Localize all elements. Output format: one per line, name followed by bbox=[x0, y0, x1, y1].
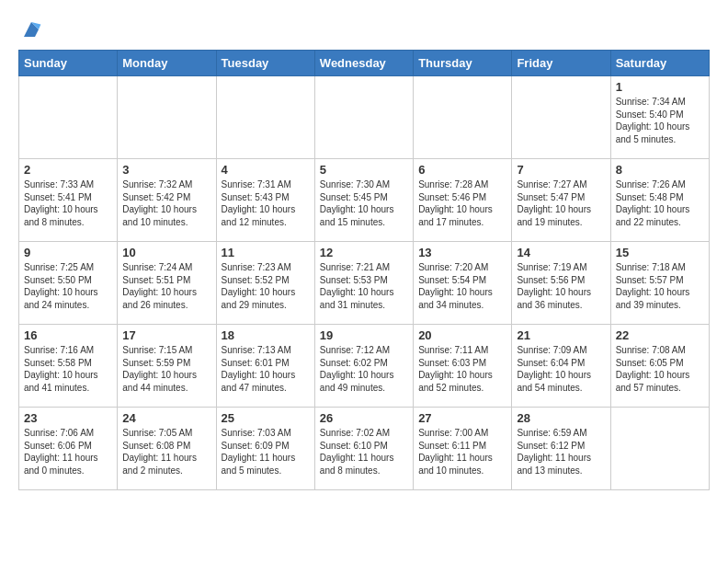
weekday-header: Monday bbox=[118, 51, 216, 76]
day-info: Sunrise: 7:21 AM Sunset: 5:53 PM Dayligh… bbox=[320, 261, 408, 311]
weekday-header: Sunday bbox=[19, 51, 118, 76]
day-info: Sunrise: 6:59 AM Sunset: 6:12 PM Dayligh… bbox=[517, 427, 605, 477]
calendar-cell: 19Sunrise: 7:12 AM Sunset: 6:02 PM Dayli… bbox=[314, 325, 413, 408]
calendar-cell bbox=[414, 76, 512, 159]
day-info: Sunrise: 7:11 AM Sunset: 6:03 PM Dayligh… bbox=[418, 344, 506, 394]
weekday-header: Friday bbox=[512, 51, 610, 76]
calendar-cell: 3Sunrise: 7:32 AM Sunset: 5:42 PM Daylig… bbox=[118, 159, 216, 242]
logo bbox=[18, 18, 42, 40]
calendar-cell: 4Sunrise: 7:31 AM Sunset: 5:43 PM Daylig… bbox=[216, 159, 314, 242]
day-number: 22 bbox=[616, 328, 704, 342]
day-number: 26 bbox=[320, 411, 408, 425]
day-info: Sunrise: 7:09 AM Sunset: 6:04 PM Dayligh… bbox=[517, 344, 605, 394]
day-info: Sunrise: 7:31 AM Sunset: 5:43 PM Dayligh… bbox=[222, 178, 310, 228]
day-number: 15 bbox=[616, 246, 704, 259]
calendar-week-row: 23Sunrise: 7:06 AM Sunset: 6:06 PM Dayli… bbox=[19, 408, 710, 490]
day-number: 18 bbox=[222, 328, 310, 342]
day-number: 25 bbox=[222, 411, 310, 425]
day-info: Sunrise: 7:19 AM Sunset: 5:56 PM Dayligh… bbox=[517, 261, 605, 311]
calendar-cell: 8Sunrise: 7:26 AM Sunset: 5:48 PM Daylig… bbox=[610, 159, 709, 242]
calendar-cell: 24Sunrise: 7:05 AM Sunset: 6:08 PM Dayli… bbox=[118, 408, 216, 490]
day-number: 5 bbox=[320, 163, 408, 177]
calendar-cell bbox=[610, 408, 709, 490]
calendar-cell bbox=[19, 76, 118, 159]
day-number: 21 bbox=[517, 328, 605, 342]
day-info: Sunrise: 7:34 AM Sunset: 5:40 PM Dayligh… bbox=[616, 96, 704, 145]
day-number: 2 bbox=[24, 163, 112, 177]
day-info: Sunrise: 7:16 AM Sunset: 5:58 PM Dayligh… bbox=[24, 344, 112, 394]
calendar-cell: 2Sunrise: 7:33 AM Sunset: 5:41 PM Daylig… bbox=[19, 159, 118, 242]
calendar-cell bbox=[314, 76, 413, 159]
day-number: 16 bbox=[24, 328, 112, 342]
calendar-cell: 1Sunrise: 7:34 AM Sunset: 5:40 PM Daylig… bbox=[610, 76, 709, 159]
day-number: 9 bbox=[24, 246, 112, 259]
weekday-header: Wednesday bbox=[314, 51, 413, 76]
calendar-cell: 6Sunrise: 7:28 AM Sunset: 5:46 PM Daylig… bbox=[414, 159, 512, 242]
day-number: 1 bbox=[616, 80, 704, 94]
calendar-cell: 23Sunrise: 7:06 AM Sunset: 6:06 PM Dayli… bbox=[19, 408, 118, 490]
calendar-cell: 15Sunrise: 7:18 AM Sunset: 5:57 PM Dayli… bbox=[610, 242, 709, 325]
calendar-cell: 16Sunrise: 7:16 AM Sunset: 5:58 PM Dayli… bbox=[19, 325, 118, 408]
calendar-table: SundayMondayTuesdayWednesdayThursdayFrid… bbox=[18, 50, 710, 490]
day-info: Sunrise: 7:27 AM Sunset: 5:47 PM Dayligh… bbox=[517, 178, 605, 228]
weekday-header: Saturday bbox=[610, 51, 709, 76]
calendar-cell: 26Sunrise: 7:02 AM Sunset: 6:10 PM Dayli… bbox=[314, 408, 413, 490]
calendar-cell: 7Sunrise: 7:27 AM Sunset: 5:47 PM Daylig… bbox=[512, 159, 610, 242]
calendar-cell bbox=[216, 76, 314, 159]
day-info: Sunrise: 7:24 AM Sunset: 5:51 PM Dayligh… bbox=[122, 261, 210, 311]
calendar-cell: 28Sunrise: 6:59 AM Sunset: 6:12 PM Dayli… bbox=[512, 408, 610, 490]
calendar-week-row: 1Sunrise: 7:34 AM Sunset: 5:40 PM Daylig… bbox=[19, 76, 710, 159]
calendar-cell: 17Sunrise: 7:15 AM Sunset: 5:59 PM Dayli… bbox=[118, 325, 216, 408]
day-info: Sunrise: 7:08 AM Sunset: 6:05 PM Dayligh… bbox=[616, 344, 704, 394]
weekday-header: Thursday bbox=[414, 51, 512, 76]
calendar-week-row: 16Sunrise: 7:16 AM Sunset: 5:58 PM Dayli… bbox=[19, 325, 710, 408]
day-number: 14 bbox=[517, 246, 605, 259]
day-info: Sunrise: 7:12 AM Sunset: 6:02 PM Dayligh… bbox=[320, 344, 408, 394]
day-info: Sunrise: 7:28 AM Sunset: 5:46 PM Dayligh… bbox=[418, 178, 506, 228]
day-info: Sunrise: 7:18 AM Sunset: 5:57 PM Dayligh… bbox=[616, 261, 704, 311]
day-info: Sunrise: 7:05 AM Sunset: 6:08 PM Dayligh… bbox=[122, 427, 210, 477]
calendar-week-row: 2Sunrise: 7:33 AM Sunset: 5:41 PM Daylig… bbox=[19, 159, 710, 242]
day-number: 23 bbox=[24, 411, 112, 425]
day-info: Sunrise: 7:03 AM Sunset: 6:09 PM Dayligh… bbox=[222, 427, 310, 477]
calendar-cell: 5Sunrise: 7:30 AM Sunset: 5:45 PM Daylig… bbox=[314, 159, 413, 242]
day-number: 11 bbox=[222, 246, 310, 259]
calendar-cell: 9Sunrise: 7:25 AM Sunset: 5:50 PM Daylig… bbox=[19, 242, 118, 325]
day-number: 12 bbox=[320, 246, 408, 259]
day-number: 13 bbox=[418, 246, 506, 259]
day-number: 8 bbox=[616, 163, 704, 177]
calendar-cell: 18Sunrise: 7:13 AM Sunset: 6:01 PM Dayli… bbox=[216, 325, 314, 408]
day-number: 6 bbox=[418, 163, 506, 177]
calendar-cell: 12Sunrise: 7:21 AM Sunset: 5:53 PM Dayli… bbox=[314, 242, 413, 325]
calendar-cell: 21Sunrise: 7:09 AM Sunset: 6:04 PM Dayli… bbox=[512, 325, 610, 408]
calendar-week-row: 9Sunrise: 7:25 AM Sunset: 5:50 PM Daylig… bbox=[19, 242, 710, 325]
day-info: Sunrise: 7:33 AM Sunset: 5:41 PM Dayligh… bbox=[24, 178, 112, 228]
day-number: 7 bbox=[517, 163, 605, 177]
day-number: 20 bbox=[418, 328, 506, 342]
day-info: Sunrise: 7:15 AM Sunset: 5:59 PM Dayligh… bbox=[122, 344, 210, 394]
day-info: Sunrise: 7:23 AM Sunset: 5:52 PM Dayligh… bbox=[222, 261, 310, 311]
day-info: Sunrise: 7:02 AM Sunset: 6:10 PM Dayligh… bbox=[320, 427, 408, 477]
day-number: 19 bbox=[320, 328, 408, 342]
day-info: Sunrise: 7:26 AM Sunset: 5:48 PM Dayligh… bbox=[616, 178, 704, 228]
calendar-cell: 14Sunrise: 7:19 AM Sunset: 5:56 PM Dayli… bbox=[512, 242, 610, 325]
day-number: 4 bbox=[222, 163, 310, 177]
page-header bbox=[18, 18, 710, 40]
day-number: 24 bbox=[122, 411, 210, 425]
day-number: 17 bbox=[122, 328, 210, 342]
day-info: Sunrise: 7:00 AM Sunset: 6:11 PM Dayligh… bbox=[418, 427, 506, 477]
day-number: 10 bbox=[122, 246, 210, 259]
day-info: Sunrise: 7:06 AM Sunset: 6:06 PM Dayligh… bbox=[24, 427, 112, 477]
calendar-cell: 25Sunrise: 7:03 AM Sunset: 6:09 PM Dayli… bbox=[216, 408, 314, 490]
calendar-cell bbox=[512, 76, 610, 159]
weekday-header: Tuesday bbox=[216, 51, 314, 76]
day-info: Sunrise: 7:25 AM Sunset: 5:50 PM Dayligh… bbox=[24, 261, 112, 311]
day-number: 27 bbox=[418, 411, 506, 425]
calendar-cell: 22Sunrise: 7:08 AM Sunset: 6:05 PM Dayli… bbox=[610, 325, 709, 408]
day-info: Sunrise: 7:30 AM Sunset: 5:45 PM Dayligh… bbox=[320, 178, 408, 228]
calendar-cell: 10Sunrise: 7:24 AM Sunset: 5:51 PM Dayli… bbox=[118, 242, 216, 325]
day-number: 3 bbox=[122, 163, 210, 177]
logo-icon bbox=[20, 18, 42, 40]
day-number: 28 bbox=[517, 411, 605, 425]
day-info: Sunrise: 7:13 AM Sunset: 6:01 PM Dayligh… bbox=[222, 344, 310, 394]
